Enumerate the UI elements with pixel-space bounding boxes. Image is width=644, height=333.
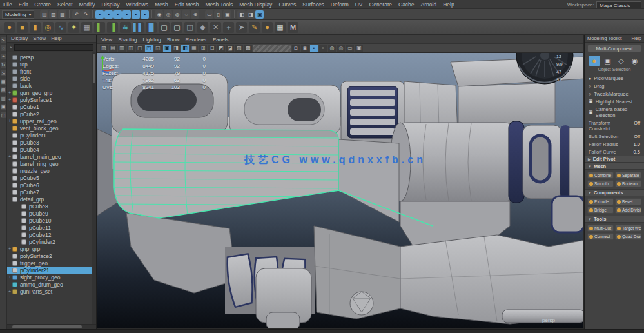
status-icon[interactable]: ▪: [122, 10, 131, 19]
tool-icon[interactable]: +: [1, 54, 6, 59]
viewport-toolbar-icon[interactable]: ◨: [172, 45, 180, 52]
status-icon[interactable]: ▦: [58, 10, 66, 19]
outliner-item[interactable]: pCube5: [7, 174, 96, 181]
viewport-menu-item[interactable]: Show: [167, 37, 180, 43]
shelf-tool-icon[interactable]: ▌: [94, 22, 105, 33]
shelf-tool-icon[interactable]: ▌▌: [133, 22, 144, 33]
mt-value-row[interactable]: Transform Constraint Off: [585, 119, 644, 132]
outliner-item[interactable]: + polySurface1: [7, 96, 96, 103]
section-components[interactable]: ▼ Components: [585, 189, 644, 196]
status-icon[interactable]: ◧: [237, 10, 246, 19]
shelf-tool-icon[interactable]: ◎: [43, 22, 54, 33]
viewport-toolbar-icon[interactable]: ⊟: [208, 45, 216, 52]
viewport-toolbar-icon[interactable]: ◫: [127, 45, 135, 52]
mt-value-row[interactable]: Falloff Curve 0.5: [585, 148, 644, 156]
mt-button[interactable]: Quad Draw: [615, 233, 641, 240]
viewport-toolbar-icon[interactable]: ▨: [235, 45, 243, 52]
outliner-menu-item[interactable]: Show: [33, 35, 46, 41]
viewport-toolbar-icon[interactable]: ◎: [337, 45, 345, 52]
mt-button[interactable]: Add Divisions: [615, 207, 641, 214]
outliner-item[interactable]: trigger_geo: [7, 259, 96, 267]
mt-option[interactable]: ● Pick/Marquee: [585, 74, 644, 82]
expand-toggle[interactable]: +: [7, 90, 12, 95]
tool-icon[interactable]: ↻: [1, 62, 6, 68]
menu-item[interactable]: Create: [31, 1, 54, 8]
outliner-item[interactable]: pCube9: [7, 210, 96, 217]
mt-option[interactable]: ○ Drag: [585, 82, 644, 90]
outliner-item[interactable]: front: [7, 68, 96, 75]
menu-item[interactable]: Surfaces: [299, 1, 327, 8]
mt-button[interactable]: Separate: [615, 172, 641, 179]
model-detail-ball[interactable]: [350, 292, 373, 315]
workspace-dropdown[interactable]: Maya Classic: [596, 1, 641, 8]
outliner-item[interactable]: pCube2: [7, 110, 96, 117]
status-icon[interactable]: ▤: [40, 10, 48, 19]
status-icon[interactable]: [92, 10, 93, 18]
viewport-toolbar-icon[interactable]: ◙: [301, 45, 309, 52]
viewport-menu-item[interactable]: Lighting: [143, 37, 161, 43]
mt-button[interactable]: Target Weld: [615, 225, 641, 232]
viewport-toolbar-icon[interactable]: ▢: [136, 45, 144, 52]
outliner-item[interactable]: pCube11: [7, 224, 96, 231]
outliner-item[interactable]: vent_block_geo: [7, 125, 96, 132]
model-under-frame[interactable]: [314, 226, 400, 319]
viewport-toolbar-icon[interactable]: ▥: [118, 45, 126, 52]
shelf-tool-icon[interactable]: ◫: [184, 22, 195, 33]
mt-button[interactable]: Bridge: [587, 207, 614, 214]
outliner-item[interactable]: + grip_grp: [7, 245, 96, 252]
status-icon[interactable]: ◎: [164, 10, 172, 19]
tool-icon[interactable]: ▥: [1, 96, 6, 101]
viewport-menu-item[interactable]: Panels: [213, 37, 228, 43]
menu-item[interactable]: Mesh Display: [236, 1, 275, 8]
viewport-canvas[interactable]: Verts: 4285 92 0 Edges: 8449 92 0 Faces:…: [97, 53, 583, 328]
status-icon[interactable]: ▣: [223, 10, 231, 19]
status-icon[interactable]: ▯: [214, 10, 222, 19]
viewport-toolbar-icon[interactable]: ▣: [163, 45, 171, 52]
expand-toggle[interactable]: +: [7, 154, 12, 159]
status-icon[interactable]: ▪: [113, 10, 122, 19]
menu-item[interactable]: Display: [99, 1, 123, 8]
viewport-toolbar-icon[interactable]: ▩: [244, 45, 252, 52]
menu-item[interactable]: Mesh: [151, 1, 171, 8]
mt-option[interactable]: ▣ Highlight Nearest: [585, 97, 644, 105]
shelf-tool-icon[interactable]: ■: [17, 22, 28, 33]
outliner-item[interactable]: pCube10: [7, 217, 96, 224]
model-mid-plate[interactable]: [229, 85, 340, 134]
tool-icon[interactable]: ↖: [1, 37, 6, 43]
mt-option[interactable]: ▣ Camera-based Selection: [585, 105, 644, 119]
outliner-hscrollbar[interactable]: [7, 324, 96, 329]
menu-item[interactable]: File: [0, 1, 15, 8]
outliner-item[interactable]: pCylinder2: [7, 238, 96, 245]
mt-option[interactable]: ○ Tweak/Marquee: [585, 90, 644, 97]
outliner-item[interactable]: pCube7: [7, 188, 96, 196]
mt-button[interactable]: Boolean: [615, 180, 641, 187]
outliner-item[interactable]: pCube3: [7, 139, 96, 146]
shelf-tool-icon[interactable]: ＋: [223, 22, 234, 33]
viewport-menu-item[interactable]: View: [101, 37, 112, 43]
status-icon[interactable]: [234, 10, 235, 18]
outliner-item[interactable]: pCylinder21: [7, 267, 96, 274]
status-icon[interactable]: ▥: [49, 10, 57, 19]
status-icon[interactable]: ↶: [72, 10, 81, 19]
shelf-tool-icon[interactable]: ✦: [68, 22, 79, 33]
viewport-toolbar-icon[interactable]: ▣: [355, 45, 363, 52]
status-icon[interactable]: ▪: [95, 10, 104, 19]
outliner-item[interactable]: pCube1: [7, 103, 96, 110]
viewport-toolbar-icon[interactable]: ◍: [328, 45, 336, 52]
expand-toggle[interactable]: +: [7, 289, 12, 294]
viewport-toolbar-icon[interactable]: ▧: [100, 45, 108, 52]
shelf-tool-icon[interactable]: M: [288, 22, 298, 33]
outliner-menu-item[interactable]: Display: [11, 35, 28, 41]
outliner-item[interactable]: pCube12: [7, 231, 96, 238]
section-mesh[interactable]: ▼ Mesh: [585, 163, 644, 170]
status-icon[interactable]: [202, 10, 202, 18]
mt-button[interactable]: Combine: [587, 172, 614, 179]
mt-button[interactable]: Extrude: [587, 198, 614, 205]
tool-icon[interactable]: ◌: [1, 45, 6, 51]
tool-icon[interactable]: ▢: [1, 112, 6, 118]
viewport-toolbar-icon[interactable]: ▭: [346, 45, 354, 52]
status-icon[interactable]: ⊕: [191, 10, 199, 19]
shelf-tool-icon[interactable]: ✕: [210, 22, 221, 33]
outliner-item[interactable]: muzzle_geo: [7, 167, 96, 174]
shelf-tool-icon[interactable]: ▢: [171, 22, 182, 33]
